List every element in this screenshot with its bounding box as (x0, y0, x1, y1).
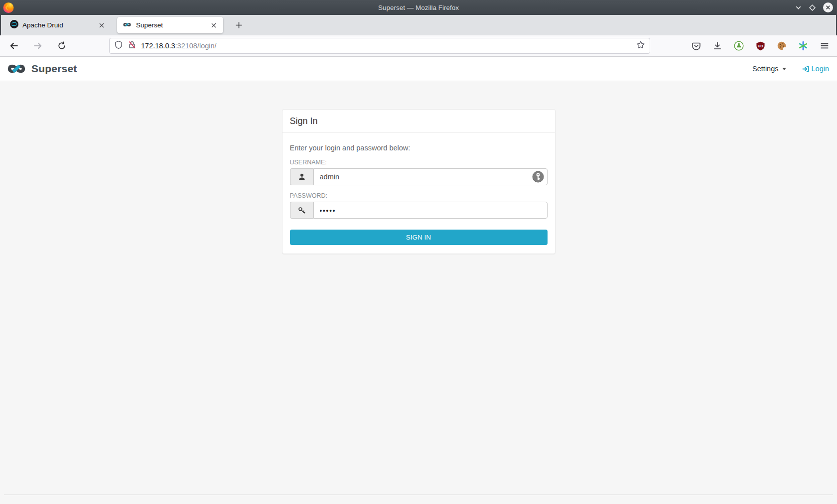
url-text[interactable]: 172.18.0.3:32108/login/ (141, 42, 636, 50)
superset-logo[interactable]: Superset (5, 57, 77, 81)
settings-dropdown[interactable]: Settings (752, 65, 786, 73)
login-label: Login (812, 65, 829, 73)
browser-tab-bar: Apache Druid Superset (0, 15, 837, 35)
password-input-group (290, 202, 548, 219)
superset-navbar: Superset Settings Login (0, 57, 837, 81)
user-icon (290, 168, 313, 185)
sign-in-button[interactable]: SIGN IN (290, 230, 548, 245)
pocket-icon[interactable] (690, 39, 702, 52)
cookie-extension-icon[interactable] (775, 39, 788, 52)
back-button[interactable] (7, 39, 21, 53)
ublock-badge-text: UO (757, 44, 763, 48)
window-maximize-button[interactable] (809, 4, 816, 11)
greasemonkey-extension-icon[interactable] (732, 39, 745, 52)
firefox-logo-icon (2, 1, 14, 15)
footer-divider (4, 495, 833, 495)
sign-in-form: Enter your login and password below: USE… (282, 133, 555, 253)
tab-close-icon[interactable] (96, 20, 107, 31)
tab-superset[interactable]: Superset (117, 17, 223, 33)
browser-nav-toolbar: 172.18.0.3:32108/login/ UO (0, 35, 837, 57)
window-titlebar: Superset — Mozilla Firefox (0, 0, 837, 15)
forward-button[interactable] (31, 39, 45, 53)
username-input[interactable] (313, 168, 548, 185)
window-title: Superset — Mozilla Firefox (0, 4, 837, 11)
tab-label: Apache Druid (22, 21, 96, 29)
url-path: :32108/login/ (175, 42, 217, 50)
url-host: 172.18.0.3 (141, 42, 175, 50)
window-minimize-button[interactable] (795, 4, 802, 11)
username-input-group (290, 168, 548, 185)
languagetool-asterisk-icon[interactable] (797, 39, 810, 52)
navbar-right: Settings Login (752, 57, 829, 81)
password-label: PASSWORD: (290, 192, 548, 199)
tab-label: Superset (136, 21, 208, 29)
window-close-button[interactable] (823, 2, 834, 13)
ublock-origin-icon[interactable]: UO (754, 39, 767, 52)
url-bar[interactable]: 172.18.0.3:32108/login/ (109, 38, 650, 54)
panel-title: Sign In (282, 110, 555, 133)
password-input[interactable] (313, 202, 548, 219)
settings-label: Settings (752, 65, 778, 73)
download-icon[interactable] (711, 39, 724, 52)
keepassxc-key-icon[interactable] (532, 171, 544, 183)
nav-buttons (7, 35, 69, 56)
sign-in-icon (802, 65, 810, 73)
username-label: USERNAME: (290, 159, 548, 166)
insecure-connection-icon[interactable] (128, 40, 137, 51)
reload-button[interactable] (55, 39, 69, 53)
window-controls (795, 0, 834, 15)
tracking-protection-shield-icon[interactable] (114, 40, 123, 51)
druid-favicon (10, 20, 18, 30)
sign-in-panel: Sign In Enter your login and password be… (282, 109, 556, 254)
brand-name: Superset (31, 63, 77, 75)
chevron-down-icon (782, 68, 786, 70)
bookmark-star-icon[interactable] (636, 40, 645, 51)
superset-infinity-icon (5, 62, 28, 76)
menu-hamburger-icon[interactable] (818, 39, 831, 52)
superset-favicon (122, 21, 132, 30)
page-content: Sign In Enter your login and password be… (0, 81, 837, 504)
toolbar-extension-icons: UO (690, 35, 831, 56)
key-icon (290, 202, 313, 219)
new-tab-button[interactable] (232, 19, 245, 32)
tab-apache-druid[interactable]: Apache Druid (5, 17, 111, 33)
tab-close-icon[interactable] (208, 20, 219, 31)
login-link[interactable]: Login (802, 65, 829, 73)
form-instructions: Enter your login and password below: (290, 144, 548, 152)
